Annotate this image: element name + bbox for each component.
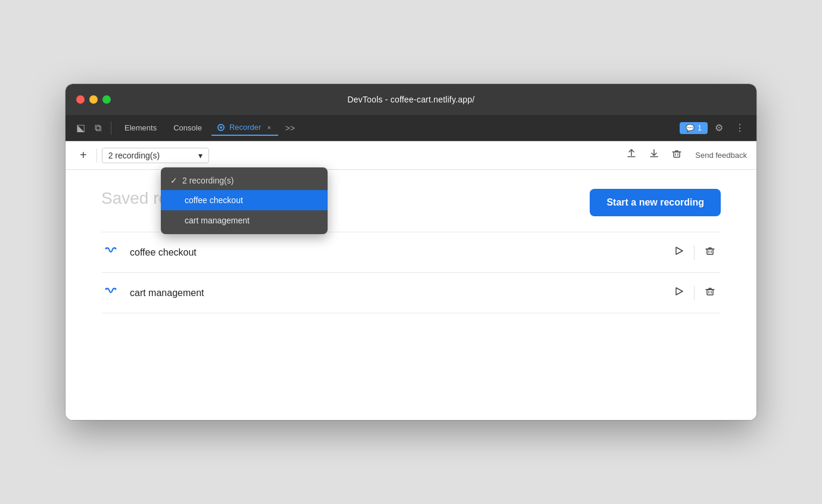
dock-icon[interactable]: ⧉ (91, 120, 105, 136)
delete-button-2[interactable] (699, 282, 721, 303)
recording-row: coffee checkout (101, 232, 721, 273)
export-icon[interactable] (620, 145, 643, 166)
dropdown-item-label-2: cart management (185, 216, 250, 225)
svg-rect-2 (674, 152, 680, 157)
tab-recorder[interactable]: Recorder × (211, 120, 278, 136)
svg-point-3 (105, 247, 107, 249)
dropdown-header: ✓ 2 recording(s) (161, 171, 328, 190)
play-button-2[interactable] (668, 282, 689, 303)
tab-close-button[interactable]: × (264, 123, 273, 132)
svg-point-7 (115, 288, 117, 290)
recording-name-1: coffee checkout (130, 247, 658, 258)
recording-row: cart management (101, 273, 721, 313)
tab-more-button[interactable]: >> (281, 121, 300, 135)
recording-selector[interactable]: 2 recording(s) ▾ (102, 148, 209, 163)
play-button-1[interactable] (668, 242, 689, 263)
kebab-menu-icon[interactable]: ⋮ (730, 120, 749, 136)
dropdown-item-coffee-checkout[interactable]: coffee checkout (161, 190, 328, 210)
feedback-badge-button[interactable]: 💬 1 (680, 122, 708, 134)
add-recording-button[interactable]: + (75, 146, 92, 164)
action-divider-1 (694, 245, 695, 260)
svg-point-1 (220, 126, 222, 129)
recording-selector-label: 2 recording(s) (108, 151, 160, 160)
svg-point-6 (105, 288, 107, 290)
minimize-traffic-light[interactable] (89, 95, 98, 104)
send-feedback-link[interactable]: Send feedback (695, 151, 747, 160)
recording-dropdown: ✓ 2 recording(s) coffee checkout cart ma… (161, 167, 328, 234)
traffic-lights (76, 95, 111, 104)
recording-name-2: cart management (130, 288, 658, 298)
chevron-down-icon: ▾ (198, 151, 203, 160)
dropdown-item-cart-management[interactable]: cart management (161, 210, 328, 231)
recording-actions-2 (668, 282, 721, 303)
settings-icon[interactable]: ⚙ (710, 120, 728, 136)
title-bar: DevTools - coffee-cart.netlify.app/ (66, 84, 756, 115)
recording-actions-1 (668, 242, 721, 263)
devtools-window: DevTools - coffee-cart.netlify.app/ ⬕ ⧉ … (66, 84, 756, 420)
import-icon[interactable] (643, 145, 665, 166)
tab-recorder-label: Recorder (229, 123, 261, 132)
delete-button-1[interactable] (699, 242, 721, 263)
dropdown-item-label-1: coffee checkout (185, 195, 243, 205)
start-recording-button[interactable]: Start a new recording (590, 189, 721, 216)
recording-list: coffee checkout (101, 232, 721, 313)
action-divider-2 (694, 286, 695, 300)
toolbar-separator-1 (96, 148, 97, 163)
maximize-traffic-light[interactable] (102, 95, 111, 104)
feedback-icon: 💬 (686, 124, 695, 132)
svg-rect-8 (707, 290, 713, 295)
close-traffic-light[interactable] (76, 95, 85, 104)
tab-bar-divider (111, 122, 111, 135)
tab-bar: ⬕ ⧉ Elements Console Recorder × >> 💬 1 ⚙… (66, 115, 756, 141)
cursor-icon[interactable]: ⬕ (73, 120, 89, 136)
window-title: DevTools - coffee-cart.netlify.app/ (347, 95, 474, 104)
tab-console[interactable]: Console (166, 121, 209, 135)
check-icon: ✓ (170, 176, 178, 185)
tab-elements[interactable]: Elements (117, 121, 164, 135)
dropdown-menu: ✓ 2 recording(s) coffee checkout cart ma… (161, 167, 328, 234)
toolbar: + 2 recording(s) ▾ (66, 141, 756, 170)
dropdown-header-label: 2 recording(s) (182, 176, 233, 185)
svg-point-4 (115, 247, 117, 249)
feedback-count: 1 (698, 124, 702, 132)
recording-icon-1 (101, 244, 120, 262)
delete-recording-icon[interactable] (665, 145, 688, 166)
recorder-tab-icon (216, 123, 226, 132)
recording-icon-2 (101, 284, 120, 302)
svg-rect-5 (707, 249, 713, 254)
